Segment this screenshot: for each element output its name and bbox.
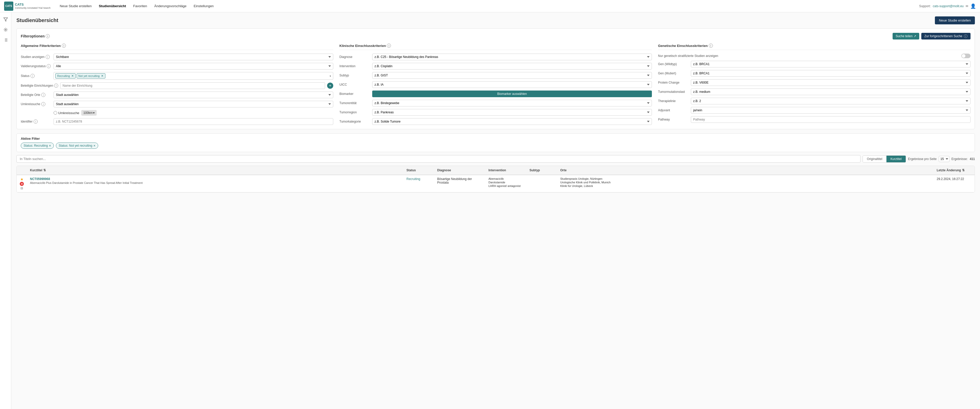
intervention-select[interactable]: z.B. Cisplatin [372, 63, 652, 70]
tumormutationslast-select[interactable]: z.B. medium [691, 89, 970, 95]
beteiligte-orte-select[interactable]: Stadt auswählen [54, 92, 333, 98]
th-letzte-aenderung[interactable]: Letzte Änderung ⇅ [934, 166, 975, 175]
general-info-icon[interactable]: i [62, 44, 66, 48]
sidebar-list-icon[interactable] [2, 36, 10, 44]
pathway-input[interactable] [691, 116, 970, 123]
new-study-button-top[interactable]: Neue Studie erstellen [935, 16, 975, 24]
diagnose-cell: Bösartige Neubildung der Prostata [434, 175, 485, 192]
filteroptionen-info-icon[interactable]: i [46, 34, 50, 38]
intervention-item: Abemaciclib [488, 177, 523, 180]
beteiligte-einrichtungen-info[interactable]: i [54, 84, 58, 88]
active-tag-not-yet[interactable]: Status: Not yet recruiting × [56, 143, 99, 149]
tab-original[interactable]: Originaltitel [863, 156, 886, 162]
beteiligte-orte-info[interactable]: i [41, 93, 45, 97]
biomarker-row: Biomarker Biomarker auswählen [339, 91, 652, 97]
umkreissuche-city-select[interactable]: Stadt auswählen [54, 101, 333, 107]
support-email[interactable]: cats-support@molit.eu [933, 4, 964, 8]
umkreissuche-city-label: Umkreissuche i [21, 102, 51, 106]
diagnose-select[interactable]: z.B. C25 - Bösartige Neubildung des Pank… [372, 54, 652, 60]
identifier-info[interactable]: i [33, 119, 38, 124]
error-icon[interactable]: ✕ [20, 182, 24, 186]
tumormutationslast-row: Tumormutationslast z.B. medium [658, 89, 970, 95]
pathway-row: Pathway [658, 116, 970, 123]
study-nct-link[interactable]: NCT05999968 [30, 177, 50, 181]
star-icon[interactable]: ★ [20, 177, 24, 181]
clinical-info-icon[interactable]: i [387, 44, 391, 48]
status-tag-recruiting[interactable]: Recruiting ✕ [56, 73, 76, 78]
genetic-info-icon[interactable]: i [709, 44, 713, 48]
protein-change-row: Protein Change z.B. V600E [658, 79, 970, 86]
gen-mutiert-select[interactable]: z.B. BRCA1 [691, 70, 970, 77]
general-filters-title: Allgemeine Filterkriterien i [21, 44, 333, 50]
search-input[interactable] [16, 155, 861, 162]
studien-anzeigen-info[interactable]: i [46, 55, 50, 59]
gen-wildtyp-select[interactable]: z.B. BRCA1 [691, 61, 970, 67]
km-badge[interactable]: 100km ▾ [81, 110, 97, 116]
remove-not-yet-tag[interactable]: ✕ [101, 74, 103, 78]
doc-icon[interactable]: ⊟ [21, 186, 23, 190]
page-header: Studienübersicht Neue Studie erstellen [16, 16, 975, 24]
sidebar-filter-icon[interactable] [2, 15, 10, 24]
subtyp-select[interactable]: z.B. GIST [372, 72, 652, 79]
status-info[interactable]: i [30, 74, 35, 78]
intervention-label: Intervention [339, 64, 370, 68]
status-tag-not-yet[interactable]: Not yet recruiting ✕ [76, 73, 105, 78]
km-dropdown-arrow[interactable]: ▾ [93, 111, 95, 115]
nav-einstellungen[interactable]: Einstellungen [191, 3, 217, 10]
results-per-page-select[interactable]: 15 [939, 156, 950, 162]
beteiligte-einrichtungen-row: Beteiligte Einrichtungen i + [21, 82, 333, 89]
kurztitel-sort-icon: ⇅ [43, 169, 46, 172]
intervention-row: Intervention z.B. Cisplatin [339, 63, 652, 70]
tumorregion-select[interactable]: z.B. Pankreas [372, 109, 652, 116]
tumorkategorie-label: Tumorkategorie [339, 120, 370, 123]
tumorentität-select[interactable]: z.B. Bindegewebe [372, 100, 652, 107]
biomarker-label: Biomarker [339, 92, 370, 95]
th-kurztitel[interactable]: Kurztitel ⇅ [27, 166, 404, 175]
identifier-label: Identifier i [21, 119, 51, 124]
umkreissuche-radio-label: Umkreissuche [58, 111, 79, 115]
add-einrichtung-button[interactable]: + [327, 83, 333, 89]
nur-genetisch-toggle[interactable] [961, 54, 970, 58]
status-dropdown-arrow[interactable]: ▾ [329, 74, 331, 78]
biomarker-button[interactable]: Biomarker auswählen [372, 91, 652, 97]
user-icon[interactable]: 👤 [970, 3, 976, 9]
remove-recruiting-tag[interactable]: ✕ [71, 74, 74, 78]
remove-recruiting-active[interactable]: × [49, 144, 51, 148]
identifier-input[interactable] [54, 118, 333, 125]
nav-studienübersicht[interactable]: Studienübersicht [95, 3, 129, 10]
share-search-button[interactable]: Suche teilen ↗ [892, 33, 919, 40]
nav-neue-studie[interactable]: Neue Studie erstellen [57, 3, 95, 10]
status-filter-container[interactable]: Recruiting ✕ Not yet recruiting ✕ ▾ [54, 72, 333, 80]
logo-subtext: Community Annotated Trial Search [15, 7, 51, 9]
filter-header: Filteroptionen i Suche teilen ↗ Zur fort… [21, 33, 970, 40]
beteiligte-orte-row: Beteiligte Orte i Stadt auswählen [21, 92, 333, 98]
beteiligte-einrichtungen-label: Beteiligte Einrichtungen i [21, 84, 58, 88]
nav-favoriten[interactable]: Favoriten [130, 3, 150, 10]
th-status: Status [404, 166, 434, 175]
gen-mutiert-row: Gen (Mutiert) z.B. BRCA1 [658, 70, 970, 77]
protein-change-select[interactable]: z.B. V600E [691, 79, 970, 86]
adjuvant-select[interactable]: ja/nein [691, 107, 970, 114]
tab-kurz[interactable]: Kurztitel [886, 156, 906, 162]
uicc-select[interactable]: z.B. IA [372, 81, 652, 88]
studien-anzeigen-select[interactable]: Sichtbare [54, 54, 333, 60]
remove-not-yet-active[interactable]: × [93, 144, 95, 148]
active-tag-recruiting[interactable]: Status: Recruiting × [21, 143, 54, 149]
umkreissuche-info[interactable]: i [41, 102, 45, 106]
tumorkategorie-select[interactable]: z.B. Solide Tumore [372, 118, 652, 125]
nav-änderungsvorschläge[interactable]: Änderungsvorschläge [151, 3, 190, 10]
umkreissuche-radio-btn[interactable] [54, 111, 57, 115]
therapielinie-select[interactable]: z.B. 2 [691, 98, 970, 104]
status-cell: Recruiting [404, 175, 434, 192]
active-filters-title: Aktive Filter [21, 137, 970, 140]
sidebar-network-icon[interactable] [2, 25, 10, 34]
validierungsstatus-info[interactable]: i [47, 64, 51, 68]
th-diagnose: Diagnose [434, 166, 485, 175]
th-icons [17, 166, 27, 175]
beteiligte-einrichtungen-input[interactable] [60, 82, 325, 89]
adjuvant-row: Adjuvant ja/nein [658, 107, 970, 114]
clinical-filters-col: Klinische Einschlusskriterien i Diagnose… [339, 44, 652, 125]
validierungsstatus-select[interactable]: Alle [54, 63, 333, 70]
advanced-search-button[interactable]: Zur fortgeschrittenen Suche i [921, 33, 970, 40]
top-nav: CATS CATS Community Annotated Trial Sear… [0, 0, 980, 12]
